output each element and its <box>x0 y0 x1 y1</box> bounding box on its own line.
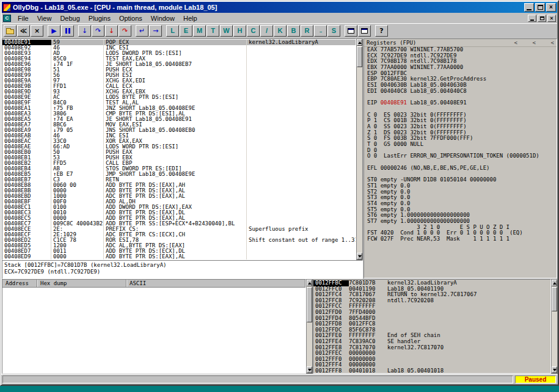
toolbar-view-memory-button[interactable]: M <box>193 25 206 37</box>
dump-header-ascii[interactable]: ASCII <box>126 280 305 287</box>
stack-row[interactable]: 0012FFF800401018Lab18_05.00401018 <box>313 368 550 374</box>
disasm-row[interactable]: 00408ED90000ADD BYTE PTR DS:[EAX],AL <box>2 254 356 260</box>
window-title: OllyDbg - Lab18_05.exe - [CPU - main thr… <box>13 4 524 11</box>
toolbar-trace-into-button[interactable]: ↓ <box>105 25 118 37</box>
stack-comment: kernel32.LoadLibraryA <box>387 280 550 286</box>
menu-item-view[interactable]: View <box>33 14 56 23</box>
toolbar-view-windows-button[interactable]: W <box>220 25 233 37</box>
toolbar-view-executables-button[interactable]: E <box>180 25 192 37</box>
register-line[interactable]: O 0 LastErr ERROR_NO_IMPERSONATION_TOKEN… <box>364 153 557 159</box>
app-icon[interactable] <box>3 4 11 12</box>
dump-pane[interactable]: Address Hex dump ASCII <box>2 279 306 374</box>
toolbar-run-button[interactable]: ▶ <box>48 25 60 37</box>
dump-header-address[interactable]: Address <box>2 280 37 287</box>
scroll-up-icon[interactable] <box>552 280 557 286</box>
dump-scrollbar[interactable] <box>306 279 313 374</box>
scroll-thumb[interactable] <box>307 287 312 322</box>
disassembly-scrollbar[interactable] <box>356 38 363 260</box>
maximize-button[interactable] <box>535 3 545 12</box>
minimize-button[interactable] <box>524 3 534 12</box>
title-bar: OllyDbg - Lab18_05.exe - [CPU - main thr… <box>2 2 557 13</box>
menu-item-plugins[interactable]: Plugins <box>84 14 115 23</box>
registers-pane[interactable]: Registers (FPU) < < < EAX 77AB5700 WININ… <box>364 38 557 278</box>
toolbar-restart-button[interactable]: ≪ <box>17 25 30 37</box>
disasm-comment <box>247 150 356 155</box>
menu-item-help[interactable]: Help <box>179 14 202 23</box>
view-breakpoints-icon: B <box>291 27 296 34</box>
toolbar-view-log-button[interactable]: L <box>166 25 179 37</box>
view-call-stack-icon: K <box>278 27 283 34</box>
toolbar-view-cpu-button[interactable]: C <box>247 25 260 37</box>
register-line[interactable]: T 0 GS 0000 NULL <box>364 142 557 148</box>
disasm-comment <box>247 56 356 62</box>
register-line[interactable]: FCW 027F Prec NEAR,53 Mask 1 1 1 1 1 1 <box>364 236 557 242</box>
scroll-down-icon[interactable] <box>357 253 362 260</box>
menu-item-window[interactable]: Window <box>147 14 179 23</box>
stack-comment <box>387 310 550 316</box>
dump-header-hex[interactable]: Hex dump <box>37 280 126 287</box>
menu-item-debug[interactable]: Debug <box>56 14 84 23</box>
trace-over-icon: ↷ <box>122 27 128 34</box>
toolbar-view-references-button[interactable]: R <box>301 25 313 37</box>
toolbar-step-into-button[interactable]: ↓ <box>78 25 91 37</box>
run-icon: ▶ <box>51 27 56 34</box>
register-text: EBX 77AA0000 WININET.77AA0000 <box>367 64 463 70</box>
scroll-up-icon[interactable] <box>357 39 362 46</box>
register-line[interactable]: EIP 00408E91 Lab18_05.00408E91 <box>364 100 557 106</box>
toolbar-view-breakpoints-button[interactable]: B <box>287 25 300 37</box>
stack-pane[interactable]: 0012FFBC7C801D7Bkernel32.LoadLibraryA001… <box>313 279 551 374</box>
toolbar-view-source-button[interactable]: S <box>327 25 340 37</box>
toolbar-pause-button[interactable] <box>61 25 74 37</box>
register-text: EFL 00000246 (NO,NB,E,BE,NS,PE,GE,LE) <box>367 165 489 171</box>
toolbar-view-call-stack-button[interactable]: K <box>274 25 287 37</box>
scroll-thumb[interactable] <box>357 46 362 67</box>
stack-value: 00401018 <box>349 368 387 374</box>
dump-body[interactable] <box>2 288 305 373</box>
scroll-up-icon[interactable] <box>307 280 312 286</box>
stack-comment <box>387 316 550 322</box>
registers-pane-mark[interactable]: < <box>499 40 517 46</box>
info-line: Stack [0012FFBC]=7C801D7B (kernel32.Load… <box>4 262 362 269</box>
status-bar: Paused <box>1 374 558 384</box>
toolbar-view-patches-button[interactable]: / <box>260 25 273 37</box>
toolbar-go-to-button[interactable]: → <box>149 25 162 37</box>
disasm-comment <box>247 210 356 216</box>
stack-scrollbar[interactable] <box>551 279 558 374</box>
toolbar-view-handles-button[interactable]: H <box>233 25 246 37</box>
child-restore-button[interactable] <box>538 15 546 22</box>
view-references-icon: R <box>305 27 310 34</box>
child-restore-icon <box>540 16 544 20</box>
scroll-down-icon[interactable] <box>552 366 557 373</box>
toolbar-trace-over-button[interactable]: ↷ <box>119 25 131 37</box>
registers-pane-mark[interactable]: < <box>536 40 554 46</box>
maximize-icon <box>538 5 543 10</box>
close-button[interactable]: × <box>546 3 556 12</box>
scroll-thumb[interactable] <box>552 287 557 311</box>
status-message-area <box>2 376 513 383</box>
register-text: EDX 7C98B178 ntdll.7C98B178 <box>367 58 456 64</box>
register-text: ST1 empty 0.0 <box>367 183 410 189</box>
register-line[interactable]: EFL 00000246 (NO,NB,E,BE,NS,PE,GE,LE) <box>364 165 557 172</box>
toolbar-help-button[interactable]: ? <box>375 25 388 37</box>
register-line[interactable]: EDI 004040C8 Lab18_05.004040C8 <box>364 89 557 95</box>
toolbar-appearance-button[interactable] <box>345 25 357 37</box>
toolbar-step-over-button[interactable]: ↷ <box>92 25 104 37</box>
child-minimize-button[interactable] <box>528 15 536 22</box>
disasm-comment <box>247 172 356 177</box>
toolbar-view-threads-button[interactable]: T <box>206 25 219 37</box>
close-icon: × <box>549 4 553 10</box>
toolbar-view-run-trace-button[interactable]: ... <box>314 25 327 37</box>
disasm-comment <box>247 67 356 73</box>
scroll-down-icon[interactable] <box>307 366 312 373</box>
child-close-button[interactable]: × <box>547 15 556 22</box>
toolbar-open-button[interactable] <box>4 25 16 37</box>
toolbar-close-program-button[interactable]: × <box>31 25 43 37</box>
disassembly-pane[interactable]: 00408E9159POP ECXkernel32.LoadLibraryA00… <box>2 38 356 260</box>
disasm-address: 00408ED9 <box>2 254 51 260</box>
cpu-window-icon[interactable]: C <box>3 15 11 22</box>
registers-pane-mark[interactable]: < <box>517 40 536 46</box>
menu-item-options[interactable]: Options <box>115 14 147 23</box>
menu-item-file[interactable]: File <box>13 14 33 23</box>
toolbar-open-windows-button[interactable] <box>358 25 371 37</box>
toolbar-execute-till-return-button[interactable]: ↵ <box>136 25 148 37</box>
